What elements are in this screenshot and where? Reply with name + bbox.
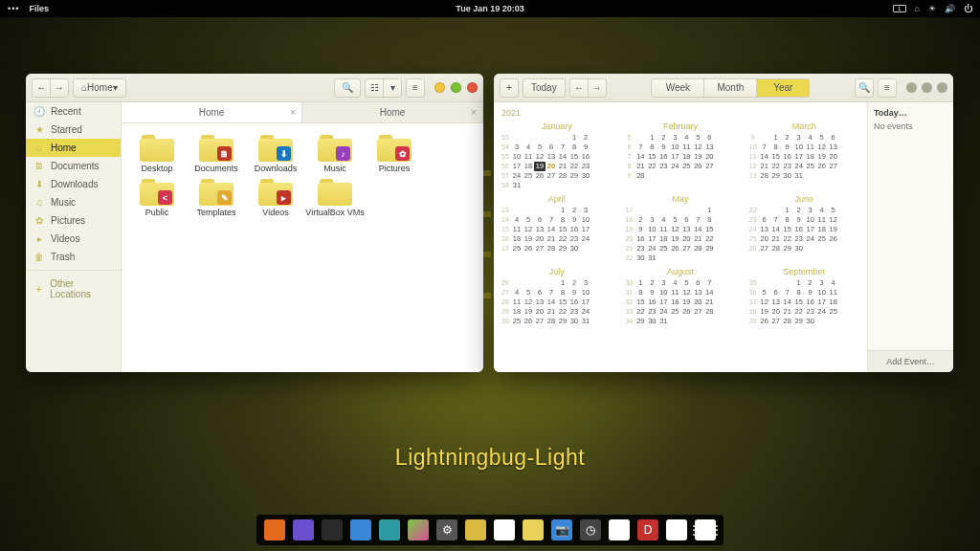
folder-downloads[interactable]: ⬇Downloads [246,133,305,173]
view-toggle-button[interactable]: ☷ [365,78,384,98]
path-button[interactable]: ⌂ Home ▾ [73,78,126,98]
dock-app-icon[interactable] [293,519,314,540]
activities-button[interactable]: ••• [8,4,19,13]
folder-badge-icon: ▸ [277,190,291,205]
dock-app-icon[interactable] [523,519,544,540]
dock-app-icon[interactable]: ◉ [609,519,630,540]
agenda-sidebar: Today… No events Add Event… [867,102,953,372]
sidebar-item-recent[interactable]: 🕘Recent [26,102,121,121]
volume-icon[interactable]: 🔊 [945,4,955,13]
sidebar-item-music[interactable]: ♫Music [26,193,121,211]
month-name-label: July [500,267,613,276]
place-label: Recent [51,106,81,117]
icon-view[interactable]: Desktop🗎Documents⬇Downloads♪Music✿Pictur… [122,123,483,372]
month-july[interactable]: July261232745678910281112131415161729181… [500,267,613,326]
battery-icon[interactable]: 1 [893,5,906,12]
month-january[interactable]: January531254345678955101112131415165617… [500,121,613,190]
dock-app-icon[interactable]: ▦ [494,519,515,540]
nav-forward-button[interactable]: → [50,78,69,98]
brightness-icon[interactable]: ☀ [928,4,936,13]
new-event-button[interactable]: + [500,78,519,98]
folder-pictures[interactable]: ✿Pictures [365,133,424,173]
window-maximize-button[interactable] [451,82,461,93]
folder-icon: ✿ [377,133,412,162]
dock-app-icon[interactable] [379,519,400,540]
place-label: Music [51,197,76,208]
dock-app-icon[interactable] [465,519,486,540]
top-panel: ••• Files Tue Jan 19 20:03 1 ⌂ ☀ 🔊 ⏻ [0,0,980,17]
tab[interactable]: Home× [302,102,483,122]
view-year-button[interactable]: Year [756,78,810,98]
home-icon[interactable]: ⌂ [915,4,920,13]
month-april[interactable]: April13123144567891015111213141516171618… [500,194,613,263]
dock-app-icon[interactable] [350,519,371,540]
dock-app-icon[interactable]: ⋮⋮⋮ [695,519,716,540]
today-button[interactable]: Today [523,78,566,98]
view-options-button[interactable]: ▾ [383,78,402,98]
window-close-button[interactable] [937,82,947,93]
active-app-label[interactable]: Files [29,4,49,13]
search-button[interactable]: 🔍 [334,78,361,98]
folder-videos[interactable]: ▸Videos [246,177,305,217]
sidebar-item-home[interactable]: ⌂Home [26,139,121,157]
tab[interactable]: Home× [122,102,302,122]
tab-label: Home [199,107,225,118]
dock-app-icon[interactable] [264,519,285,540]
view-week-button[interactable]: Week [651,78,704,98]
folder-icon [140,133,174,162]
place-icon: 🕘 [33,106,45,117]
folder-label: Desktop [141,164,172,173]
folder-virtualbox-vms[interactable]: VirtualBox VMs [305,177,365,217]
window-close-button[interactable] [467,82,478,93]
hamburger-menu-button[interactable]: ≡ [878,78,897,98]
sidebar-item-trash[interactable]: 🗑Trash [26,248,121,266]
folder-public[interactable]: <Public [127,177,187,217]
tab-bar: Home×Home× [122,102,483,123]
dock-app-icon[interactable] [666,519,687,540]
place-icon: ♫ [33,197,45,208]
window-minimize-button[interactable] [906,82,917,93]
dock-app-icon[interactable] [322,519,343,540]
sidebar-item-downloads[interactable]: ⬇Downloads [26,175,121,193]
folder-music[interactable]: ♪Music [305,133,365,173]
year-view[interactable]: 2021 January5312543456789551011121314151… [494,102,867,372]
sidebar-item-videos[interactable]: ▸Videos [26,230,121,248]
folder-label: Pictures [379,164,411,173]
hamburger-menu-button[interactable]: ≡ [406,78,425,98]
add-event-button[interactable]: Add Event… [868,350,953,372]
window-minimize-button[interactable] [434,82,445,93]
month-march[interactable]: March91234561078910111213111415161718192… [747,121,861,190]
folder-icon [318,177,352,206]
nav-back-button[interactable]: ← [32,78,51,98]
month-august[interactable]: August3012345673189101112131432151617181… [623,267,737,326]
power-icon[interactable]: ⏻ [964,4,972,13]
folder-desktop[interactable]: Desktop [127,133,187,173]
tab-close-icon[interactable]: × [290,107,296,118]
dock-app-icon[interactable]: 📷 [551,519,572,540]
sidebar-item-starred[interactable]: ★Starred [26,121,121,139]
month-name-label: January [500,121,613,131]
search-button[interactable]: 🔍 [855,78,874,98]
dock-app-icon[interactable]: ◷ [580,519,601,540]
month-may[interactable]: May1711823456781991011121314152016171819… [623,194,737,263]
prev-button[interactable]: ← [569,78,589,98]
folder-templates[interactable]: ✎Templates [187,177,246,217]
next-button[interactable]: → [588,78,607,98]
folder-documents[interactable]: 🗎Documents [187,133,246,173]
sidebar-item-pictures[interactable]: ✿Pictures [26,211,121,230]
place-label: Home [51,143,77,153]
view-switcher: Week Month Year [651,78,810,98]
view-month-button[interactable]: Month [703,78,757,98]
month-february[interactable]: February51234566789101112137141516171819… [623,121,737,190]
dock-app-icon[interactable]: ⚙ [436,519,457,540]
other-locations-button[interactable]: +Other Locations [26,275,121,303]
window-maximize-button[interactable] [922,82,932,93]
month-june[interactable]: June221234523678910111224131415161718192… [747,194,861,263]
dock-app-icon[interactable]: D [637,519,658,540]
tab-close-icon[interactable]: × [471,107,477,118]
dock-app-icon[interactable] [408,519,429,540]
clock[interactable]: Tue Jan 19 20:03 [456,4,523,13]
month-september[interactable]: September3512343656789101137121314151617… [747,267,861,326]
folder-badge-icon: ⬇ [277,146,291,161]
sidebar-item-documents[interactable]: 🗎Documents [26,157,121,175]
